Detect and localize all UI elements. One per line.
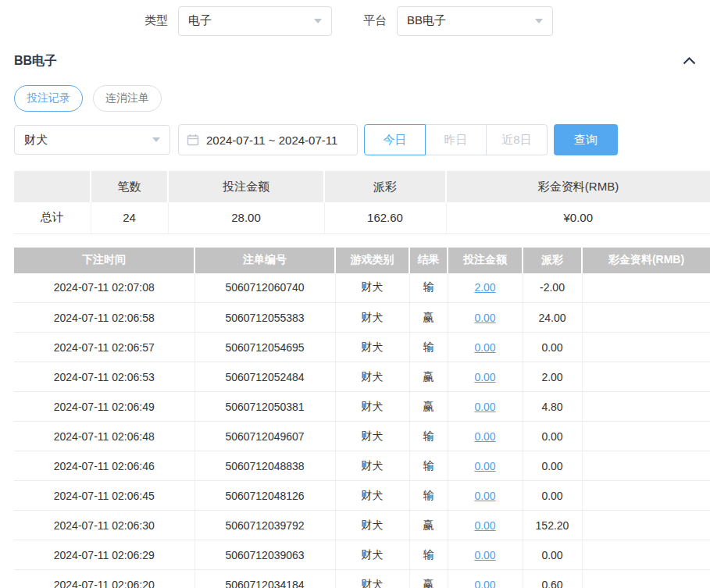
bet-amount-link[interactable]: 0.00 [474,401,495,413]
cell-result: 输 [409,540,448,570]
col-game-category: 游戏类别 [335,248,409,273]
bet-amount-link[interactable]: 0.00 [474,549,495,561]
date-range-value: 2024-07-11 ~ 2024-07-11 [206,134,337,147]
cell-result: 赢 [409,570,448,588]
cell-result: 赢 [409,303,448,333]
cell-bet-amount: 0.00 [448,540,523,570]
table-row: 2024-07-11 02:06:30 5060712039792 财犬 赢 0… [14,511,710,540]
table-row: 2024-07-11 02:06:53 5060712052484 财犬 赢 0… [14,362,710,392]
bet-amount-link[interactable]: 2.00 [474,281,495,294]
bet-amount-link[interactable]: 0.00 [474,579,495,588]
cell-order-number: 5060712048838 [194,451,335,481]
tab-bet-records[interactable]: 投注记录 [14,85,83,112]
cell-result: 输 [409,451,448,481]
bet-amount-link[interactable]: 0.00 [474,371,495,383]
cell-order-number: 5060712050381 [194,392,335,422]
bet-records-table: 下注时间 注单编号 游戏类别 结果 投注金额 派彩 彩金资料(RMB) 2024… [14,248,710,588]
cell-bonus [582,511,710,540]
cell-payout: 0.00 [523,481,582,511]
cell-game-category: 财犬 [335,333,409,362]
cell-bonus [582,273,710,303]
table-row: 2024-07-11 02:06:58 5060712055383 财犬 赢 0… [14,303,710,333]
cell-bet-time: 2024-07-11 02:06:58 [14,303,194,333]
cell-order-number: 5060712049607 [194,422,335,451]
cell-bonus [582,333,710,362]
type-label: 类型 [144,13,168,28]
platform-select[interactable]: BB电子 [397,6,553,36]
cell-bet-amount: 0.00 [448,511,523,540]
type-select[interactable]: 电子 [178,6,332,36]
cell-game-category: 财犬 [335,392,409,422]
summary-col-bet-amount: 投注金额 [168,171,324,202]
cell-bet-amount: 0.00 [448,570,523,588]
bet-amount-link[interactable]: 0.00 [474,312,495,324]
cell-game-category: 财犬 [335,303,409,333]
bet-amount-link[interactable]: 0.00 [474,490,495,502]
summary-total-payout: 162.60 [324,202,446,233]
detail-header-row: 下注时间 注单编号 游戏类别 结果 投注金额 派彩 彩金资料(RMB) [14,248,710,273]
collapse-section-button[interactable] [681,54,698,69]
cell-order-number: 5060712060740 [194,273,335,303]
cell-payout: 0.00 [523,540,582,570]
query-bar: 财犬 2024-07-11 ~ 2024-07-11 今日 昨日 近8日 查询 [0,124,710,155]
col-bonus: 彩金资料(RMB) [582,248,710,273]
game-select[interactable]: 财犬 [14,125,170,155]
cell-bet-amount: 2.00 [448,273,523,303]
cell-order-number: 5060712039063 [194,540,335,570]
cell-payout: 0.00 [523,451,582,481]
table-row: 2024-07-11 02:06:20 5060712034184 财犬 赢 0… [14,570,710,588]
bet-amount-link[interactable]: 0.00 [474,430,495,443]
cell-result: 输 [409,333,448,362]
date-shortcut-group: 今日 昨日 近8日 [364,124,548,155]
summary-total-count: 24 [91,202,168,233]
summary-total-label: 总计 [14,202,91,233]
section-title: BB电子 [14,53,57,69]
cell-bet-amount: 0.00 [448,303,523,333]
cell-bonus [582,451,710,481]
search-button[interactable]: 查询 [554,124,618,155]
chevron-down-icon [314,19,322,23]
tab-cancelled-orders[interactable]: 连消注单 [93,85,162,112]
cell-game-category: 财犬 [335,540,409,570]
cell-payout: 24.00 [523,303,582,333]
chevron-down-icon [152,137,160,142]
table-row: 2024-07-11 02:06:57 5060712054695 财犬 输 0… [14,333,710,362]
last-8-days-button[interactable]: 近8日 [486,124,548,155]
today-button[interactable]: 今日 [364,124,426,155]
table-row: 2024-07-11 02:06:46 5060712048838 财犬 输 0… [14,451,710,481]
cell-bonus [582,362,710,392]
cell-bet-time: 2024-07-11 02:06:49 [14,392,194,422]
cell-order-number: 5060712048126 [194,481,335,511]
cell-bet-time: 2024-07-11 02:07:08 [14,273,194,303]
col-result: 结果 [409,248,448,273]
col-order-number: 注单编号 [194,248,335,273]
col-bet-time: 下注时间 [14,248,194,273]
summary-header-row: 笔数 投注金额 派彩 彩金资料(RMB) [14,171,710,202]
cell-bet-amount: 0.00 [448,422,523,451]
date-range-input[interactable]: 2024-07-11 ~ 2024-07-11 [178,124,358,155]
cell-payout: 0.00 [523,422,582,451]
chevron-down-icon [535,19,543,23]
cell-result: 输 [409,273,448,303]
cell-bet-time: 2024-07-11 02:06:30 [14,511,194,540]
chevron-up-icon [683,55,696,67]
type-select-value: 电子 [188,13,212,28]
cell-game-category: 财犬 [335,511,409,540]
bet-amount-link[interactable]: 0.00 [474,460,495,472]
platform-select-value: BB电子 [407,13,446,28]
bet-amount-link[interactable]: 0.00 [474,341,495,354]
cell-bonus [582,540,710,570]
cell-order-number: 5060712039792 [194,511,335,540]
cell-bet-amount: 0.00 [448,481,523,511]
cell-payout: 0.60 [523,570,582,588]
table-row: 2024-07-11 02:06:45 5060712048126 财犬 输 0… [14,481,710,511]
yesterday-button[interactable]: 昨日 [425,124,487,155]
table-row: 2024-07-11 02:07:08 5060712060740 财犬 输 2… [14,273,710,303]
detail-table-body: 2024-07-11 02:07:08 5060712060740 财犬 输 2… [14,273,710,588]
top-filter-bar: 类型 电子 平台 BB电子 [0,0,710,37]
cell-game-category: 财犬 [335,451,409,481]
bet-amount-link[interactable]: 0.00 [474,519,495,532]
cell-result: 赢 [409,362,448,392]
cell-bet-amount: 0.00 [448,451,523,481]
cell-bonus [582,570,710,588]
